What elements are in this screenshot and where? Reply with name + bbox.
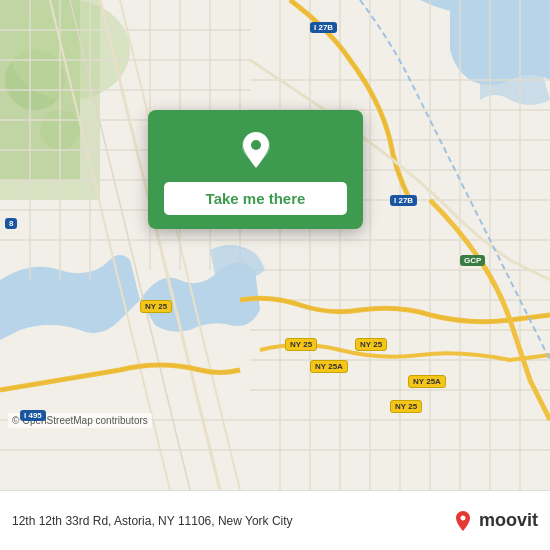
address-text: 12th 12th 33rd Rd, Astoria, NY 11106, Ne…	[12, 514, 451, 528]
highway-badge-ny25-2: NY 25	[285, 338, 317, 351]
moovit-logo: moovit	[451, 509, 538, 533]
highway-badge-i27b-2: I 27B	[390, 195, 417, 206]
moovit-brand-text: moovit	[479, 510, 538, 531]
action-card: Take me there	[148, 110, 363, 229]
svg-point-48	[251, 140, 261, 150]
highway-badge-ny25a-1: NY 25A	[310, 360, 348, 373]
highway-badge-ny25a-2: NY 25A	[408, 375, 446, 388]
highway-badge-i27b: I 27B	[310, 22, 337, 33]
highway-badge-8: 8	[5, 218, 17, 229]
highway-badge-i495: I 495	[20, 410, 46, 421]
highway-badge-ny25-4: NY 25	[390, 400, 422, 413]
bottom-bar: 12th 12th 33rd Rd, Astoria, NY 11106, Ne…	[0, 490, 550, 550]
location-pin-icon	[234, 128, 278, 172]
highway-badge-ny25-1: NY 25	[140, 300, 172, 313]
highway-badge-gcp: GCP	[460, 255, 485, 266]
map-container: I 27B I 27B NY 25 NY 25 NY 25 NY 25A NY …	[0, 0, 550, 490]
highway-badge-ny25-3: NY 25	[355, 338, 387, 351]
moovit-icon	[451, 509, 475, 533]
take-me-there-button[interactable]: Take me there	[164, 182, 347, 215]
